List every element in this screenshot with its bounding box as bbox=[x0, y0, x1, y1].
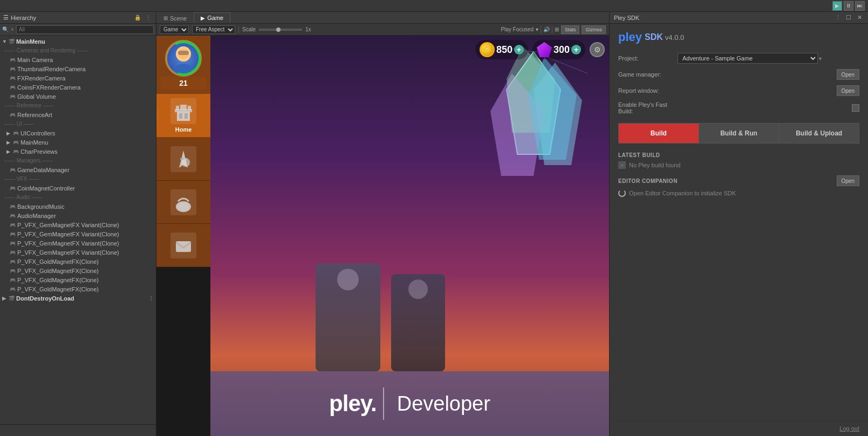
toolbar-separator3 bbox=[552, 26, 552, 33]
gizmos-btn[interactable]: Gizmos bbox=[582, 25, 606, 34]
object-icon: 🎮 bbox=[9, 285, 16, 293]
list-item[interactable]: 🎮 ReferenceArt bbox=[0, 110, 156, 119]
project-label: Project: bbox=[618, 55, 678, 62]
toolbar-right: Play Focused ▾ 🔊 ⊞ Stats Gizmos bbox=[501, 25, 606, 34]
item-label: P_VFX_GemMagnetFX Variant(Clone) bbox=[17, 249, 119, 256]
hierarchy-list: ▼ 🎬 MainMenu ------ Cameras and Renderin… bbox=[0, 36, 156, 424]
toolbar-separator2 bbox=[541, 26, 541, 33]
list-item[interactable]: 🎮 P_VFX_GoldMagnetFX(Clone) bbox=[0, 284, 156, 294]
add-gems-button[interactable]: + bbox=[571, 45, 581, 54]
nav-item-sword[interactable] bbox=[156, 138, 210, 181]
svg-rect-14 bbox=[177, 111, 190, 121]
project-row: Project: Adventure - Sample Game ▾ bbox=[618, 53, 859, 64]
scene-icon: 🎬 bbox=[8, 38, 15, 45]
list-item[interactable]: 🎮 Main Camera bbox=[0, 55, 156, 64]
settings-button[interactable]: ⚙ bbox=[590, 42, 605, 57]
build-upload-button[interactable]: Build & Upload bbox=[779, 124, 859, 143]
dropdown-icon[interactable]: ▾ bbox=[536, 26, 538, 32]
stats-icon[interactable]: ⊞ bbox=[555, 26, 559, 32]
svg-rect-16 bbox=[179, 113, 182, 119]
item-label: AudioManager bbox=[17, 213, 56, 219]
center-area: ⊞ Scene ▶ Game Game Free Aspect Scale 1x bbox=[156, 12, 609, 436]
game-manager-row: Game manager: Open bbox=[618, 69, 859, 80]
list-item[interactable]: 🎮 P_VFX_GoldMagnetFX(Clone) bbox=[0, 257, 156, 266]
list-item[interactable]: 🎮 P_VFX_GoldMagnetFX(Clone) bbox=[0, 275, 156, 284]
list-item[interactable]: 🎮 CoinMagnetController bbox=[0, 183, 156, 193]
list-item[interactable]: 🎮 ThumbnailRenderCamera bbox=[0, 64, 156, 73]
build-button[interactable]: Build bbox=[619, 124, 699, 143]
editor-companion-text: Open Editor Companion to initialize SDK bbox=[629, 190, 736, 196]
list-item[interactable]: ▶ 🎬 DontDestroyOnLoad ⋮ bbox=[0, 294, 156, 303]
item-label: DontDestroyOnLoad bbox=[16, 295, 74, 302]
step-button[interactable]: ⏭ bbox=[855, 1, 865, 11]
list-item[interactable]: ▼ 🎬 MainMenu bbox=[0, 37, 156, 46]
play-button[interactable]: ▶ bbox=[832, 1, 842, 11]
object-icon: 🎮 bbox=[9, 258, 16, 265]
build-status-icon: ▪ bbox=[618, 161, 626, 169]
report-window-label: Report window: bbox=[618, 87, 678, 94]
sdk-close-icon[interactable]: ✕ bbox=[855, 13, 864, 22]
game-toolbar: Game Free Aspect Scale 1x Play Focused ▾… bbox=[156, 24, 609, 36]
dropdown-chevron: ▾ bbox=[819, 56, 822, 62]
list-item[interactable]: 🎮 CoinsFXRenderCamera bbox=[0, 83, 156, 92]
game-tab[interactable]: ▶ Game bbox=[194, 12, 230, 23]
more-icon[interactable]: ⋮ bbox=[144, 13, 153, 22]
list-item[interactable]: 🎮 P_VFX_GemMagnetFX Variant(Clone) bbox=[0, 229, 156, 239]
pause-button[interactable]: ⏸ bbox=[844, 1, 853, 11]
scene-tab[interactable]: ⊞ Scene bbox=[156, 12, 194, 23]
object-icon: 🎮 bbox=[9, 56, 16, 64]
nav-item-home[interactable]: Home bbox=[156, 94, 210, 138]
sdk-more-icon[interactable]: ⋮ bbox=[833, 13, 842, 22]
list-item[interactable]: 🎮 FXRenderCamera bbox=[0, 73, 156, 83]
hierarchy-label: Hierarchy bbox=[11, 15, 36, 21]
logout-button[interactable]: Log out bbox=[839, 425, 859, 432]
fast-build-checkbox[interactable] bbox=[852, 104, 859, 112]
list-item[interactable]: 🎮 P_VFX_GemMagnetFX Variant(Clone) bbox=[0, 220, 156, 229]
add-coins-button[interactable]: + bbox=[514, 45, 524, 54]
list-item[interactable]: ▶ 🎮 MainMenu bbox=[0, 138, 156, 147]
nav-item-mail[interactable] bbox=[156, 224, 210, 267]
display-select[interactable]: Game bbox=[160, 25, 189, 34]
nav-item-bag[interactable] bbox=[156, 181, 210, 224]
list-item[interactable]: 🎮 BackgroundMusic bbox=[0, 202, 156, 211]
sdk-header-icons: ⋮ ☐ ✕ bbox=[833, 13, 864, 22]
aspect-select[interactable]: Free Aspect bbox=[192, 25, 235, 34]
build-run-button[interactable]: Build & Run bbox=[699, 124, 780, 143]
hierarchy-title: ☰ Hierarchy bbox=[3, 14, 36, 21]
search-input[interactable] bbox=[16, 25, 154, 34]
game-manager-label: Game manager: bbox=[618, 71, 678, 78]
list-item[interactable]: ▶ 🎮 CharPreviews bbox=[0, 147, 156, 156]
sword-shield bbox=[173, 148, 194, 170]
svg-point-13 bbox=[165, 40, 202, 77]
list-item[interactable]: 🎮 P_VFX_GoldMagnetFX(Clone) bbox=[0, 266, 156, 275]
no-build-text: No Pley build found bbox=[629, 162, 680, 168]
list-item[interactable]: 🎮 GameDataManager bbox=[0, 165, 156, 174]
editor-companion-open-btn[interactable]: Open bbox=[837, 175, 859, 186]
speaker-icon[interactable]: 🔊 bbox=[543, 26, 550, 32]
item-label: Global Volume bbox=[17, 93, 56, 100]
game-logo-area: pley. Developer bbox=[210, 371, 609, 436]
svg-rect-20 bbox=[180, 105, 187, 110]
game-manager-open-btn[interactable]: Open bbox=[837, 69, 859, 80]
pley-logo-text: pley. bbox=[329, 391, 377, 417]
gem-display: 300 + bbox=[532, 40, 585, 59]
section-divider: ------ UI ------ bbox=[0, 119, 156, 128]
lock-icon[interactable]: 🔒 bbox=[133, 13, 142, 22]
list-item[interactable]: 🎮 Global Volume bbox=[0, 92, 156, 101]
item-options[interactable]: ⋮ bbox=[148, 295, 154, 301]
list-item[interactable]: 🎮 P_VFX_GemMagnetFX Variant(Clone) bbox=[0, 239, 156, 248]
coin-count: 850 bbox=[496, 44, 512, 56]
list-item[interactable]: ▶ 🎮 UIControllers bbox=[0, 128, 156, 138]
project-dropdown[interactable]: Adventure - Sample Game bbox=[678, 53, 818, 64]
sdk-panel-title: Pley SDK bbox=[614, 15, 639, 21]
report-window-open-btn[interactable]: Open bbox=[837, 85, 859, 96]
sdk-maximize-icon[interactable]: ☐ bbox=[844, 13, 853, 22]
hud-top: 🪙 850 + 300 + ⚙ bbox=[475, 40, 605, 59]
stats-btn[interactable]: Stats bbox=[561, 25, 580, 34]
scale-slider[interactable] bbox=[259, 29, 302, 31]
list-item[interactable]: 🎮 P_VFX_GemMagnetFX Variant(Clone) bbox=[0, 248, 156, 257]
item-label: CoinMagnetController bbox=[17, 185, 75, 192]
latest-build-content: ▪ No Pley build found bbox=[618, 161, 859, 169]
list-item[interactable]: 🎮 AudioManager bbox=[0, 211, 156, 220]
nav-arrow bbox=[156, 109, 159, 122]
